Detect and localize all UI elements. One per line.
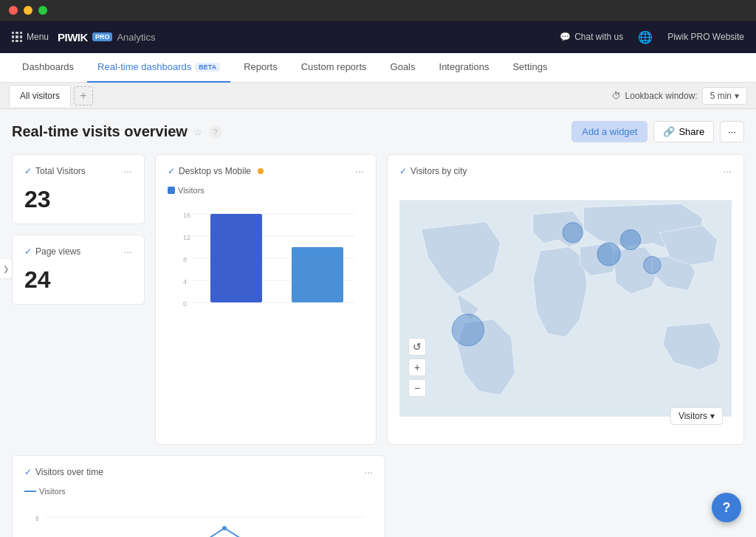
- brand: PIWIK PRO Analytics: [58, 31, 155, 44]
- titlebar: [0, 0, 756, 21]
- widgets-row-1: ✓ Total Visitors ··· 23 ✓ Page views ···…: [12, 154, 744, 445]
- maximize-button[interactable]: [38, 6, 47, 15]
- svg-text:8: 8: [35, 515, 39, 522]
- add-widget-button[interactable]: Add a widget: [571, 121, 647, 142]
- check-icon-5: ✓: [24, 467, 32, 477]
- tab-bar: All visitors + ⏱ Lookback window: 5 min …: [0, 83, 756, 109]
- chat-icon: 💬: [560, 32, 571, 42]
- menu-label: Menu: [27, 32, 49, 42]
- nav-custom-reports[interactable]: Custom reports: [291, 53, 377, 83]
- line-chart-svg: 0 2 4 6 8: [24, 500, 373, 537]
- lookback-area: ⏱ Lookback window: 5 min ▾: [612, 87, 747, 105]
- svg-text:16: 16: [183, 212, 190, 219]
- nav-integrations[interactable]: Integrations: [429, 53, 500, 83]
- svg-rect-10: [210, 214, 262, 302]
- star-icon[interactable]: ☆: [193, 126, 203, 138]
- total-visitors-value: 23: [24, 186, 132, 213]
- close-button[interactable]: [9, 6, 18, 15]
- chat-button[interactable]: 💬 Chat with us: [560, 32, 623, 42]
- widget-total-visitors: ✓ Total Visitors ··· 23: [12, 154, 145, 224]
- page-title: Real-time visits overview: [12, 123, 188, 140]
- page-header: Real-time visits overview ☆ ? Add a widg…: [12, 121, 744, 142]
- widget-line-more[interactable]: ···: [364, 466, 373, 478]
- svg-text:4: 4: [183, 278, 187, 285]
- help-button[interactable]: ?: [712, 493, 741, 522]
- beta-badge: BETA: [195, 63, 220, 72]
- chevron-down-icon: ▾: [735, 91, 739, 101]
- main-content: Real-time visits overview ☆ ? Add a widg…: [0, 109, 756, 537]
- svg-point-20: [644, 257, 661, 274]
- help-icon: 🌐: [638, 30, 653, 44]
- map-reset-button[interactable]: ↺: [408, 338, 426, 356]
- brand-pro-badge: PRO: [92, 32, 113, 41]
- svg-point-33: [222, 526, 227, 530]
- add-tab-button[interactable]: +: [74, 86, 93, 105]
- page-views-value: 24: [24, 266, 132, 294]
- minimize-button[interactable]: [24, 6, 32, 15]
- svg-text:0: 0: [183, 300, 187, 308]
- widget-visitors-by-city: ✓ Visitors by city ···: [387, 154, 744, 445]
- svg-point-16: [452, 314, 484, 346]
- check-icon: ✓: [24, 166, 32, 176]
- sidebar-toggle[interactable]: ❯: [0, 258, 13, 280]
- nav-settings[interactable]: Settings: [502, 53, 557, 83]
- map-zoom-out-button[interactable]: −: [408, 379, 426, 397]
- secondary-nav: Dashboards Real-time dashboards BETA Rep…: [0, 53, 756, 83]
- brand-product: Analytics: [117, 32, 155, 43]
- menu-button[interactable]: Menu: [12, 32, 49, 42]
- warning-dot: [258, 168, 264, 174]
- svg-point-18: [597, 243, 620, 266]
- tab-all-visitors[interactable]: All visitors: [9, 85, 71, 107]
- svg-rect-11: [292, 247, 343, 302]
- chevron-down-icon-map: ▾: [710, 411, 715, 421]
- piwik-website-link[interactable]: Piwik PRO Website: [667, 32, 744, 42]
- svg-point-19: [620, 229, 640, 249]
- map-controls: ↺ + −: [408, 338, 426, 397]
- legend-dot: [168, 187, 175, 194]
- check-icon-3: ✓: [168, 166, 175, 176]
- widget-page-views: ✓ Page views ··· 24: [12, 235, 145, 305]
- lookback-button[interactable]: 5 min ▾: [702, 87, 747, 105]
- nav-goals[interactable]: Goals: [380, 53, 426, 83]
- row2-spacer: [396, 455, 744, 537]
- chat-label: Chat with us: [574, 32, 623, 42]
- check-icon-4: ✓: [399, 166, 407, 176]
- svg-text:12: 12: [183, 234, 190, 241]
- widget-page-views-more[interactable]: ···: [123, 246, 132, 257]
- map-zoom-in-button[interactable]: +: [408, 358, 426, 376]
- svg-text:8: 8: [183, 256, 187, 263]
- widget-visitors-over-time: ✓ Visitors over time ··· Visitors 0 2 4 …: [12, 455, 385, 537]
- map-dropdown[interactable]: Visitors ▾: [670, 407, 723, 425]
- world-map-svg: [399, 183, 732, 434]
- nav-reports[interactable]: Reports: [233, 53, 288, 83]
- legend-line: [24, 491, 36, 492]
- grid-icon: [12, 32, 22, 42]
- link-icon: 🔗: [663, 126, 675, 137]
- map-area: ↺ + − Visitors ▾: [399, 183, 732, 434]
- more-options-button[interactable]: ···: [720, 121, 744, 142]
- info-icon[interactable]: ?: [209, 125, 222, 139]
- nav-dashboards[interactable]: Dashboards: [12, 53, 84, 83]
- check-icon-2: ✓: [24, 246, 32, 257]
- widget-desktop-mobile-more[interactable]: ···: [355, 165, 364, 177]
- widget-map-more[interactable]: ···: [723, 165, 732, 177]
- svg-point-17: [563, 223, 583, 243]
- share-button[interactable]: 🔗 Share: [653, 121, 714, 142]
- widget-desktop-mobile: ✓ Desktop vs Mobile ··· Visitors 0 4 8 1…: [155, 154, 377, 445]
- bar-chart-svg: 0 4 8 12 16 Desktop Smartphone Devic: [168, 199, 364, 310]
- widgets-row-2: ✓ Visitors over time ··· Visitors 0 2 4 …: [12, 455, 744, 537]
- brand-name: PIWIK: [58, 31, 88, 44]
- widget-total-visitors-more[interactable]: ···: [123, 165, 132, 177]
- clock-icon: ⏱: [612, 91, 621, 101]
- top-nav: Menu PIWIK PRO Analytics 💬 Chat with us …: [0, 21, 756, 53]
- nav-realtime[interactable]: Real-time dashboards BETA: [87, 53, 230, 83]
